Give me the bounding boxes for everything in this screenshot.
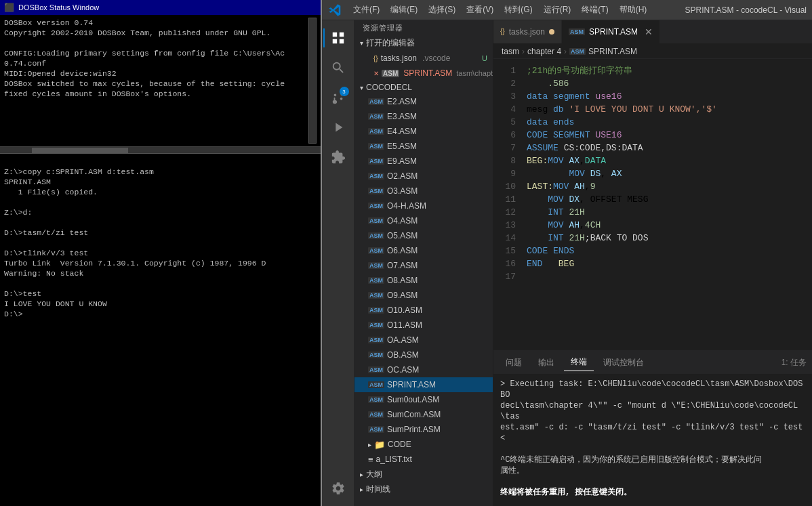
dos-line: MIDI:Opened device:win32	[4, 68, 308, 79]
asm-icon: ASM	[368, 128, 384, 135]
sidebar-title: 资源管理器	[354, 20, 493, 35]
breadcrumb-sprint[interactable]: SPRINT.ASM	[588, 47, 637, 56]
file-e3[interactable]: ASM E3.ASM	[354, 109, 493, 124]
open-editors-header[interactable]: ▾ 打开的编辑器	[354, 35, 493, 51]
breadcrumb-sep2: ›	[564, 47, 567, 56]
code-line-10: LAST:MOV AH,9	[527, 180, 809, 193]
terminal-panel: 问题 输出 终端 调试控制台 1: 任务 > Executing task: E…	[493, 350, 812, 506]
sprint-tab-icon: ASM	[569, 28, 585, 35]
breadcrumb-asm-icon-bc: ASM	[569, 48, 586, 55]
cocodecl-header[interactable]: ▾ COCODECL	[354, 81, 493, 94]
terminal-line	[500, 444, 805, 455]
file-o7[interactable]: ASM O7.ASM	[354, 258, 493, 273]
file-o4h[interactable]: ASM O4-H.ASM	[354, 198, 493, 213]
asm-icon: ASM	[368, 411, 384, 418]
source-control-badge: 3	[340, 87, 349, 96]
tab-close-sprint[interactable]: ✕	[645, 26, 653, 37]
dos-title-text: DOSBox Status Window	[18, 3, 99, 12]
file-o5[interactable]: ASM O5.ASM	[354, 228, 493, 243]
asm-icon: ASM	[368, 381, 384, 388]
dos-line	[4, 38, 308, 48]
file-o11[interactable]: ASM O11.ASM	[354, 318, 493, 333]
file-sprint[interactable]: ASM SPRINT.ASM	[354, 377, 493, 392]
file-sumcom[interactable]: ASM SumCom.ASM	[354, 407, 493, 422]
outline-section[interactable]: ▸ 大纲	[354, 467, 493, 482]
open-file-sprint[interactable]: ✕ ASM SPRINT.ASM tasm\chapte...	[354, 66, 493, 81]
sprint-asm-label: ASM	[382, 70, 399, 77]
timeline-label: 时间线	[366, 484, 390, 495]
code-line-4: mesg db 'I LOVE YOU DONT U KNOW','$'	[527, 103, 809, 116]
tasks-file-icon: {}	[373, 55, 378, 62]
asm-icon: ASM	[368, 396, 384, 403]
file-o2[interactable]: ASM O2.ASM	[354, 169, 493, 184]
terminal-tab-debug[interactable]: 调试控制台	[596, 354, 651, 371]
activity-icon-source-control[interactable]: 3	[323, 83, 353, 112]
asm-icon: ASM	[368, 188, 384, 194]
activity-icon-search[interactable]	[323, 53, 353, 83]
file-oc[interactable]: ASM OC.ASM	[354, 362, 493, 377]
asm-icon: ASM	[368, 232, 384, 239]
terminal-line: est.asm" -c d: -c "tasm/t/zi test" -c "t…	[500, 422, 805, 444]
open-editors-chevron: ▾	[360, 39, 363, 47]
asm-icon: ASM	[368, 366, 384, 373]
menu-bar: 文件(F) 编辑(E) 选择(S) 查看(V) 转到(G) 运行(R) 终端(T…	[322, 0, 812, 20]
asm-icon: ASM	[368, 262, 384, 269]
file-sumprint[interactable]: ASM SumPrint.ASM	[354, 422, 493, 437]
terminal-tab-terminal[interactable]: 终端	[564, 354, 594, 371]
open-file-tasks[interactable]: {} tasks.json .vscode U	[354, 51, 493, 66]
timeline-section[interactable]: ▸ 时间线	[354, 482, 493, 497]
tasks-json-tab-label: tasks.json	[509, 27, 545, 37]
folder-code[interactable]: ▸ 📁 CODE	[354, 437, 493, 452]
menu-item-terminal[interactable]: 终端(T)	[576, 1, 613, 18]
file-e5[interactable]: ASM E5.ASM	[354, 139, 493, 154]
file-o10[interactable]: ASM O10.ASM	[354, 303, 493, 318]
txt-file-icon: ≡	[368, 455, 373, 465]
file-o4[interactable]: ASM O4.ASM	[354, 213, 493, 228]
dos-line: Copyright 2002-2010 DOSBox Team, publish…	[4, 28, 308, 38]
terminal-line	[500, 476, 805, 487]
tab-sprint-asm[interactable]: ASM SPRINT.ASM ✕	[562, 20, 660, 43]
tab-tasks-json[interactable]: {} tasks.json	[493, 20, 562, 43]
sprint-path: tasm\chapte...	[456, 69, 493, 77]
activity-icon-settings[interactable]	[323, 473, 353, 503]
file-e2[interactable]: ASM E2.ASM	[354, 94, 493, 109]
menu-item-run[interactable]: 运行(R)	[538, 1, 577, 18]
terminal-content[interactable]: > Executing task: E:\CHENliu\code\cocode…	[493, 375, 812, 506]
terminal-tab-problems[interactable]: 问题	[499, 354, 529, 371]
file-oa[interactable]: ASM OA.ASM	[354, 333, 493, 347]
activity-icon-extensions[interactable]	[323, 142, 353, 172]
breadcrumb-tasm[interactable]: tasm	[502, 47, 519, 56]
menu-item-select[interactable]: 选择(S)	[423, 1, 461, 18]
timeline-chevron-icon: ▸	[360, 486, 363, 493]
cocodecl-chevron: ▾	[360, 84, 363, 91]
asm-icon: ASM	[368, 143, 384, 150]
menu-item-view[interactable]: 查看(V)	[461, 1, 499, 18]
terminal-line	[500, 498, 805, 506]
activity-icon-explorer[interactable]	[323, 23, 353, 53]
terminal-tab-output[interactable]: 输出	[531, 354, 561, 371]
file-sum0out[interactable]: ASM Sum0out.ASM	[354, 392, 493, 407]
file-ob[interactable]: ASM OB.ASM	[354, 347, 493, 362]
dos-line: CONFIG:Loading primary settings from con…	[4, 48, 308, 58]
file-o6[interactable]: ASM O6.ASM	[354, 243, 493, 258]
file-o8[interactable]: ASM O8.ASM	[354, 273, 493, 288]
dos-scrollbar[interactable]	[308, 18, 317, 144]
file-o9[interactable]: ASM O9.ASM	[354, 288, 493, 303]
menu-item-help[interactable]: 帮助(H)	[614, 1, 653, 18]
menu-item-edit[interactable]: 编辑(E)	[385, 1, 423, 18]
sprint-tab-label: SPRINT.ASM	[589, 27, 638, 37]
code-content[interactable]: ;21h的9号功能打印字符串 .586 data segment use16 m…	[524, 59, 812, 350]
file-e9[interactable]: ASM E9.ASM	[354, 154, 493, 169]
activity-icon-run[interactable]	[323, 112, 353, 142]
file-alist[interactable]: ≡ a_LIST.txt	[354, 452, 493, 467]
menu-item-goto[interactable]: 转到(G)	[499, 1, 537, 18]
file-o3[interactable]: ASM O3.ASM	[354, 184, 493, 198]
breadcrumb-chapter4[interactable]: chapter 4	[527, 47, 561, 56]
file-e4[interactable]: ASM E4.ASM	[354, 124, 493, 139]
sprint-filename: SPRINT.ASM	[403, 68, 452, 78]
code-line-12: INT 21H	[527, 206, 809, 219]
dos-lower-content: Z:\>copy c:SPRINT.ASM d:test.asm SPRINT.…	[0, 154, 321, 506]
alist-label: a_LIST.txt	[376, 455, 412, 464]
menu-item-file[interactable]: 文件(F)	[348, 1, 385, 18]
window-title: SPRINT.ASM - cocodeCL - Visual	[685, 5, 807, 15]
